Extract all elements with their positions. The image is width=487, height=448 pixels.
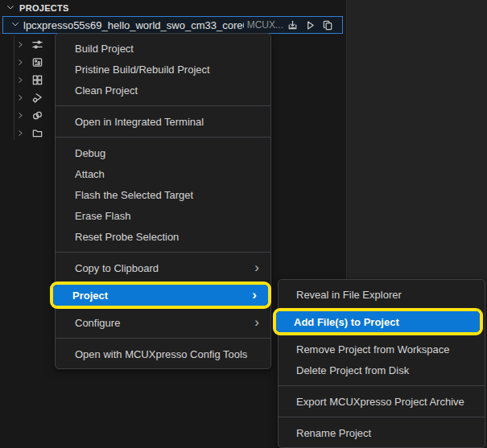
tree-item-folder[interactable] <box>0 124 52 142</box>
menu-item-label: Remove Project from Workspace <box>296 343 450 356</box>
menu-item-reset-probe[interactable]: Reset Probe Selection <box>56 226 270 247</box>
tree-item-settings[interactable] <box>0 35 52 53</box>
image-icon <box>31 56 43 68</box>
chevron-down-icon[interactable] <box>10 18 20 32</box>
menu-item-label: Open with MCUXpresso Config Tools <box>75 348 247 360</box>
project-context-menu: Build Project Pristine Build/Rebuild Pro… <box>55 33 271 369</box>
panel-title: PROJECTS <box>19 3 69 13</box>
menu-item-label: Delete Project from Disk <box>296 364 409 376</box>
project-name-truncated-suffix: MCUX... <box>247 19 283 31</box>
menu-item-label: Attach <box>75 168 105 180</box>
annotation-highlight-box: Add File(s) to Project <box>273 308 483 335</box>
menu-separator <box>56 252 270 253</box>
submenu-arrow-icon: › <box>254 315 259 329</box>
submenu-item-remove-from-workspace[interactable]: Remove Project from Workspace <box>279 339 485 360</box>
menu-separator <box>56 137 270 138</box>
menu-separator <box>279 417 485 417</box>
project-row-actions <box>287 19 334 31</box>
grid-icon <box>31 74 43 86</box>
menu-item-open-config-tools[interactable]: Open with MCUXpresso Config Tools <box>56 343 270 364</box>
menu-item-erase-flash[interactable]: Erase Flash <box>56 205 270 226</box>
menu-item-label: Copy to Clipboard <box>75 262 159 274</box>
project-tree <box>0 35 52 142</box>
submenu-item-add-files[interactable]: Add File(s) to Project <box>276 311 480 332</box>
mcuxpresso-vscode-window: PROJECTS lpcxpresso55s69_hello_world_swo… <box>0 0 487 448</box>
menu-item-label: Rename Project <box>296 427 371 439</box>
menu-separator <box>56 338 270 339</box>
menu-item-build-project[interactable]: Build Project <box>56 38 270 59</box>
menu-item-label: Project <box>72 290 108 302</box>
play-icon[interactable] <box>304 19 316 31</box>
debug-icon <box>31 92 43 104</box>
menu-item-clean-project[interactable]: Clean Project <box>56 80 270 101</box>
annotation-highlight-box: Project › <box>50 282 271 309</box>
tree-item-peripherals[interactable] <box>0 71 52 88</box>
submenu-arrow-icon: › <box>254 261 259 274</box>
menu-item-label: Pristine Build/Rebuild Project <box>75 64 210 76</box>
menu-separator <box>56 105 270 106</box>
chevron-right-icon <box>17 112 24 119</box>
chevron-right-icon <box>17 76 24 84</box>
chevron-down-icon <box>6 1 15 15</box>
submenu-arrow-icon: › <box>252 288 257 302</box>
menu-item-project[interactable]: Project › <box>53 285 268 306</box>
download-icon[interactable] <box>287 19 299 31</box>
tree-item-links[interactable] <box>0 106 52 124</box>
link-icon <box>31 109 43 121</box>
menu-separator <box>279 385 485 386</box>
projects-panel-header[interactable]: PROJECTS <box>0 0 346 15</box>
menu-item-pristine-rebuild[interactable]: Pristine Build/Rebuild Project <box>56 59 270 80</box>
chevron-right-icon <box>17 59 24 66</box>
menu-item-label: Open in Integrated Terminal <box>75 116 204 128</box>
submenu-item-reveal-explorer[interactable]: Reveal in File Explorer <box>279 284 485 305</box>
submenu-item-delete-from-disk[interactable]: Delete Project from Disk <box>279 360 485 380</box>
menu-item-label: Debug <box>75 147 105 159</box>
project-submenu: Reveal in File Explorer Add File(s) to P… <box>278 279 485 448</box>
menu-item-flash-target[interactable]: Flash the Selected Target <box>56 184 270 205</box>
menu-item-label: Build Project <box>75 43 134 55</box>
menu-item-debug[interactable]: Debug <box>56 142 270 163</box>
menu-item-configure[interactable]: Configure › <box>56 312 270 333</box>
tree-item-debug[interactable] <box>0 88 52 106</box>
project-row-selected[interactable]: lpcxpresso55s69_hello_world_swo_cm33_cor… <box>2 16 343 34</box>
sliders-icon <box>31 39 43 51</box>
menu-item-copy-to-clipboard[interactable]: Copy to Clipboard › <box>56 257 270 278</box>
menu-item-open-terminal[interactable]: Open in Integrated Terminal <box>56 111 270 132</box>
menu-item-label: Export MCUXpresso Project Archive <box>296 396 464 408</box>
project-name: lpcxpresso55s69_hello_world_swo_cm33_cor… <box>23 19 244 31</box>
chevron-right-icon <box>17 41 24 48</box>
folder-icon <box>31 127 43 139</box>
menu-item-label: Reset Probe Selection <box>75 231 179 243</box>
menu-item-label: Clean Project <box>75 84 138 97</box>
submenu-item-rename-project[interactable]: Rename Project <box>279 422 485 443</box>
copy-icon[interactable] <box>322 19 334 31</box>
chevron-right-icon <box>17 129 24 137</box>
menu-item-label: Erase Flash <box>75 210 130 222</box>
menu-item-label: Configure <box>75 317 120 329</box>
menu-item-label: Reveal in File Explorer <box>296 289 402 301</box>
chevron-right-icon <box>17 94 24 101</box>
submenu-item-export-archive[interactable]: Export MCUXpresso Project Archive <box>279 391 485 412</box>
tree-item-memory[interactable] <box>0 53 52 71</box>
menu-item-label: Add File(s) to Project <box>294 316 399 328</box>
menu-item-label: Flash the Selected Target <box>75 189 193 201</box>
menu-item-attach[interactable]: Attach <box>56 163 270 184</box>
